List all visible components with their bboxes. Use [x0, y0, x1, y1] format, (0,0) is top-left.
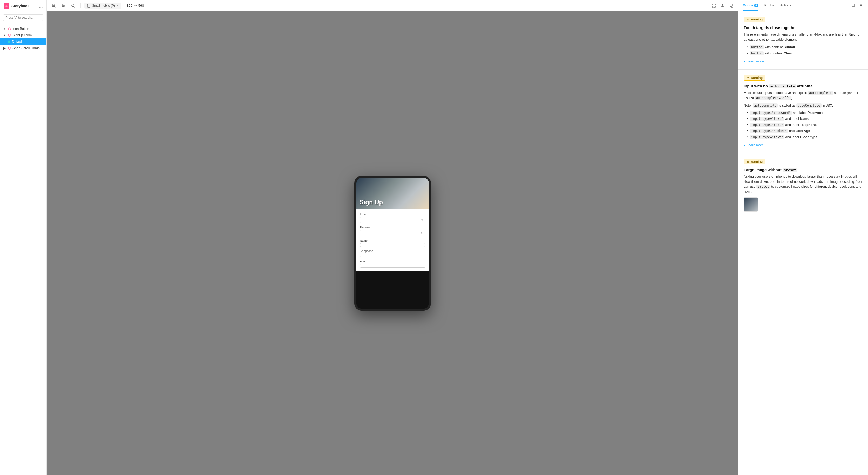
svg-line-1	[54, 6, 55, 7]
nav-label-icon-button: Icon Button	[12, 27, 30, 31]
age-input[interactable]	[360, 264, 425, 268]
zoom-out-button[interactable]	[60, 3, 67, 9]
name-input[interactable]	[360, 243, 425, 247]
sidebar-search-container	[0, 12, 46, 23]
tab-knobs[interactable]: Knobs	[765, 0, 774, 11]
age-label: Age	[360, 260, 425, 263]
right-panel-tabs: Mobile6 Knobs Actions	[739, 0, 868, 11]
panel-expand-button[interactable]	[850, 2, 856, 9]
email-input[interactable]: ⊡	[360, 217, 425, 223]
warning-title-image: Large image without srcset	[744, 168, 863, 172]
nav-label-default: Default	[12, 40, 23, 43]
age-field-group: Age	[360, 260, 425, 268]
telephone-label: Telephone	[360, 249, 425, 252]
sidebar-nav: ▶ ⬡ Icon Button ▼ ⬡ Signup Form ⬤ Defaul…	[0, 23, 46, 475]
signup-form: Email ⊡ Password 👁 Na	[356, 209, 429, 271]
warning-badge-1: warning	[744, 16, 766, 22]
learn-more-autocomplete[interactable]: Learn more	[744, 143, 764, 147]
password-label: Password	[360, 226, 425, 229]
large-image-thumbnail	[744, 197, 758, 211]
list-item: input type="number" and label Age	[747, 128, 863, 134]
sidebar-item-icon-button[interactable]: ▶ ⬡ Icon Button	[0, 25, 46, 32]
list-item: input type="text" and label Name	[747, 116, 863, 121]
svg-point-7	[72, 4, 74, 7]
password-toggle-icon[interactable]: 👁	[420, 232, 423, 235]
sidebar-item-signup-form[interactable]: ▼ ⬡ Signup Form	[0, 32, 46, 38]
zoom-in-button[interactable]	[50, 3, 57, 9]
warning-badge-3: warning	[744, 159, 766, 164]
autocomplete-note: Note: autocomplete is styled as autoComp…	[744, 103, 863, 108]
viewport-width: 320	[127, 4, 132, 7]
password-field-group: Password 👁	[360, 226, 425, 236]
sidebar-more-button[interactable]: ...	[39, 3, 43, 9]
toolbar-right-actions	[710, 3, 735, 9]
list-item: input type="text" and label Telephone	[747, 123, 863, 128]
arrow-right-icon: ▶	[3, 27, 6, 30]
device-selector[interactable]: Small mobile (P) ▼	[84, 3, 122, 8]
telephone-field-group: Telephone	[360, 249, 425, 257]
svg-line-5	[64, 6, 65, 7]
chevron-down-icon: ▼	[117, 4, 119, 7]
email-icon: ⊡	[421, 218, 423, 222]
sidebar: S Storybook ... ▶ ⬡ Icon Button ▼ ⬡ Sign…	[0, 0, 47, 475]
fullscreen-button[interactable]	[710, 3, 717, 9]
zoom-reset-button[interactable]	[69, 3, 77, 9]
toolbar-divider-1	[81, 3, 81, 8]
warning-desc-autocomplete: Most textual inputs should have an expli…	[744, 90, 863, 100]
device-frame: Sign Up Email ⊡ Password 👁	[354, 176, 431, 311]
signup-hero-title: Sign Up	[360, 199, 383, 206]
svg-rect-12	[730, 4, 732, 6]
sidebar-header: S Storybook ...	[0, 0, 46, 12]
canvas-area: Sign Up Email ⊡ Password 👁	[47, 11, 738, 475]
search-input[interactable]	[3, 14, 43, 21]
warning-list-touch: button with content Submit button with c…	[747, 44, 863, 56]
mobile-badge: 6	[754, 4, 758, 7]
component-icon: ⬡	[8, 27, 11, 30]
right-panel: Mobile6 Knobs Actions warning Touch targ…	[738, 0, 868, 475]
sidebar-logo: S	[4, 3, 9, 9]
panel-icons	[850, 2, 864, 9]
story-icon-default: ⬤	[7, 40, 10, 43]
nav-label-signup-form: Signup Form	[12, 33, 32, 37]
email-label: Email	[360, 213, 425, 216]
warning-large-image: warning Large image without srcset Askin…	[739, 154, 868, 218]
copy-link-button[interactable]	[728, 3, 735, 9]
share-button[interactable]	[719, 3, 726, 9]
warning-autocomplete: warning Input with no autocomplete attri…	[739, 70, 868, 154]
warning-desc-touch: These elements have dimensions smaller t…	[744, 32, 863, 42]
swap-icon[interactable]: ⇔	[134, 4, 137, 7]
component-icon-signup: ⬡	[8, 34, 11, 37]
tab-mobile[interactable]: Mobile6	[743, 0, 758, 11]
sidebar-item-default[interactable]: ⬤ Default	[0, 38, 46, 45]
list-item: button with content Submit	[747, 44, 863, 50]
component-icon-snap: ⬡	[8, 47, 11, 50]
warning-title-autocomplete: Input with no autocomplete attribute	[744, 84, 863, 88]
main-content: Small mobile (P) ▼ 320 ⇔ 568 Sign Up	[47, 0, 738, 475]
telephone-input[interactable]	[360, 253, 425, 257]
nav-label-snap-scroll-cards: Snap Scroll Cards	[12, 46, 40, 50]
right-panel-content: warning Touch targets close together The…	[739, 11, 868, 475]
name-label: Name	[360, 239, 425, 242]
sidebar-title: Storybook	[11, 4, 29, 8]
learn-more-touch[interactable]: Learn more	[744, 59, 764, 63]
device-hero-section: Sign Up	[356, 178, 429, 209]
device-screen: Sign Up Email ⊡ Password 👁	[356, 178, 429, 309]
list-item: input type="password" and label Password	[747, 110, 863, 115]
password-input[interactable]: 👁	[360, 230, 425, 236]
warning-title-touch: Touch targets close together	[744, 25, 863, 30]
viewport-size: 320 ⇔ 568	[127, 4, 144, 7]
warning-touch-targets: warning Touch targets close together The…	[739, 11, 868, 70]
warning-desc-image: Asking your users on phones to download …	[744, 174, 863, 194]
list-item: input type="text" and label Blood type	[747, 135, 863, 140]
sidebar-item-snap-scroll-cards[interactable]: ▶ ⬡ Snap Scroll Cards	[0, 45, 46, 51]
device-label: Small mobile (P)	[92, 4, 115, 7]
warning-badge-2: warning	[744, 75, 766, 81]
svg-line-8	[74, 6, 75, 7]
panel-close-button[interactable]	[858, 2, 864, 9]
email-field-group: Email ⊡	[360, 213, 425, 223]
arrow-right-icon-snap: ▶	[3, 47, 6, 50]
viewport-height: 568	[138, 4, 144, 7]
tab-actions[interactable]: Actions	[780, 0, 792, 11]
name-field-group: Name	[360, 239, 425, 247]
list-item: button with content Clear	[747, 51, 863, 56]
